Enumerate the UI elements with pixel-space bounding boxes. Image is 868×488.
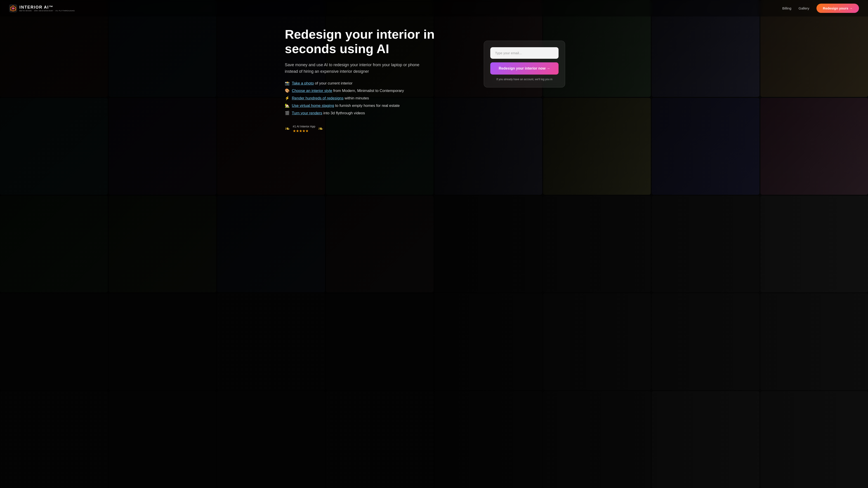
logo-name: INTERIOR AI™ (20, 5, 75, 10)
feature-link-2[interactable]: Choose an interior style (292, 89, 332, 93)
navbar: INTERIOR AI™ BETA MODE · 35K DESIGNS/DAY… (0, 0, 868, 17)
feature-link-3[interactable]: Render hundreds of redesigns (292, 96, 344, 100)
gallery-link[interactable]: Gallery (799, 6, 809, 10)
email-input[interactable] (490, 47, 559, 59)
hero-section: Redesign your interior in seconds using … (0, 0, 868, 488)
signup-section: Redesign your interior now → If you alre… (484, 41, 565, 88)
feature-item-4: 🏡 Use virtual home staging to furnish em… (285, 103, 466, 108)
billing-link[interactable]: Billing (782, 6, 792, 10)
nav-links: Billing Gallery Redesign yours → (782, 4, 859, 13)
feature-link-4[interactable]: Use virtual home staging (292, 103, 334, 108)
hero-content: Redesign your interior in seconds using … (276, 0, 592, 147)
hero-title: Redesign your interior in seconds using … (285, 27, 466, 56)
logo: INTERIOR AI™ BETA MODE · 35K DESIGNS/DAY… (9, 4, 75, 12)
feature-emoji-1: 📸 (285, 81, 289, 86)
hero-left: Redesign your interior in seconds using … (285, 27, 466, 133)
feature-emoji-2: 🎨 (285, 88, 289, 93)
signup-box: Redesign your interior now → If you alre… (484, 41, 565, 88)
signup-note: If you already have an account, we'll lo… (490, 78, 559, 81)
laurel-left: ❧ (285, 125, 290, 132)
laurel-right: ❧ (318, 125, 323, 132)
feature-emoji-3: ⚡ (285, 96, 289, 101)
feature-item-2: 🎨 Choose an interior style from Modern, … (285, 88, 466, 93)
award-badge: ❧ #1 AI Interior App ★★★★★ ❧ (285, 125, 466, 133)
hero-features-list: 📸 Take a photo of your current interior … (285, 81, 466, 116)
feature-link-1[interactable]: Take a photo (292, 81, 314, 86)
feature-emoji-5: 🎬 (285, 111, 289, 116)
feature-item-5: 🎬 Turn your renders into 3d flythrough v… (285, 111, 466, 116)
award-label: #1 AI Interior App (293, 125, 315, 129)
award-stars: ★★★★★ (293, 129, 315, 133)
svg-point-2 (12, 7, 14, 9)
feature-link-5[interactable]: Turn your renders (292, 111, 322, 115)
feature-item-1: 📸 Take a photo of your current interior (285, 81, 466, 86)
logo-sub: BETA MODE · 35K DESIGNS/DAY · #1 FLYTHRO… (20, 10, 75, 12)
nav-cta-button[interactable]: Redesign yours → (816, 4, 859, 13)
logo-icon (9, 4, 17, 12)
feature-item-3: ⚡ Render hundreds of redesigns within mi… (285, 96, 466, 101)
feature-emoji-4: 🏡 (285, 103, 289, 108)
hero-subtitle: Save money and use AI to redesign your i… (285, 62, 430, 75)
signup-cta-button[interactable]: Redesign your interior now → (490, 62, 559, 74)
